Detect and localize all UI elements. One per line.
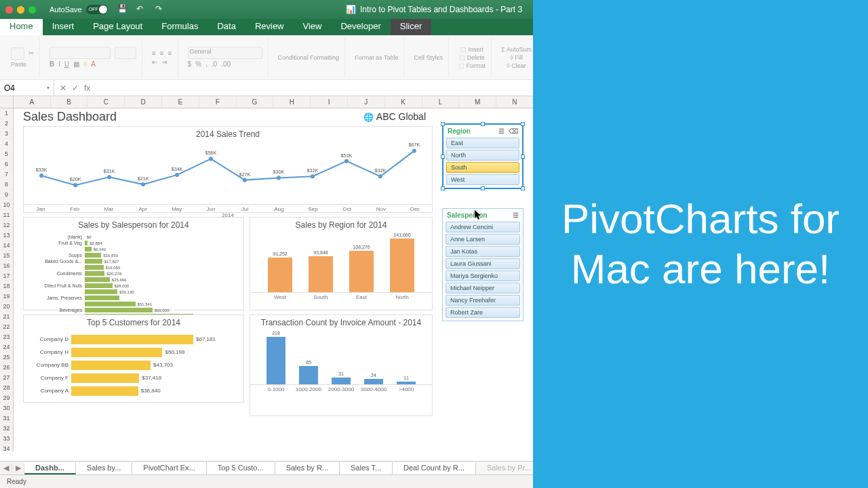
add-sheet-button[interactable]: + xyxy=(627,463,648,474)
tab-home[interactable]: Home xyxy=(0,19,43,35)
row-header-20[interactable]: 20 xyxy=(0,302,13,312)
search-placeholder[interactable]: Search Workbook xyxy=(704,22,774,33)
number-format-select[interactable]: General xyxy=(188,47,262,59)
column-header-r[interactable]: R xyxy=(645,96,682,108)
column-header-t[interactable]: T xyxy=(719,96,757,108)
multi-select-icon[interactable]: ☰ xyxy=(498,127,505,135)
zoom-slider[interactable] xyxy=(772,481,827,483)
tab-developer[interactable]: Developer xyxy=(331,19,390,35)
sheet-tab-0[interactable]: Dashb... xyxy=(24,462,76,474)
row-header-15[interactable]: 15 xyxy=(0,251,13,261)
accept-formula-icon[interactable]: ✓ xyxy=(72,83,79,93)
sheet-tab-7[interactable]: Sales by Pr... xyxy=(476,462,542,474)
row-header-2[interactable]: 2 xyxy=(0,119,13,129)
row-header-3[interactable]: 3 xyxy=(0,129,13,139)
tab-slicer[interactable]: Slicer xyxy=(391,19,432,35)
row-header-29[interactable]: 29 xyxy=(0,393,13,403)
sheet-tab-1[interactable]: Sales by... xyxy=(76,462,133,474)
tab-data[interactable]: Data xyxy=(208,19,245,35)
column-header-h[interactable]: H xyxy=(273,96,311,108)
row-header-21[interactable]: 21 xyxy=(0,312,13,322)
slicer-item-laura-giussani[interactable]: Laura Giussani xyxy=(446,258,520,269)
sheet-tab-8[interactable]: Data xyxy=(542,462,580,474)
column-header-d[interactable]: D xyxy=(125,96,162,108)
row-header-14[interactable]: 14 xyxy=(0,241,13,251)
slicer-item-north[interactable]: North xyxy=(446,150,519,161)
slicer-item-nancy-freehafer[interactable]: Nancy Freehafer xyxy=(446,295,520,306)
slicer-item-south[interactable]: South xyxy=(446,162,519,173)
clear-filter-icon[interactable]: ⌫ xyxy=(509,127,518,135)
sheet-canvas[interactable]: Sales Dashboard ABC Global 2014 Sales Tr… xyxy=(14,108,868,451)
row-header-18[interactable]: 18 xyxy=(0,281,13,291)
column-header-o[interactable]: O xyxy=(534,96,571,108)
sheet-nav-next[interactable]: ▶ xyxy=(12,464,24,472)
sheet-nav-prev[interactable]: ◀ xyxy=(0,464,12,472)
redo-icon[interactable]: ↷ xyxy=(155,4,166,15)
sheet-tab-3[interactable]: Top 5 Custo... xyxy=(207,462,275,474)
sheet-tab-2[interactable]: PivotChart Ex... xyxy=(132,462,206,474)
column-header-b[interactable]: B xyxy=(51,96,88,108)
row-header-19[interactable]: 19 xyxy=(0,291,13,302)
column-header-u[interactable]: U xyxy=(757,96,794,108)
chart-sales-trend[interactable]: 2014 Sales Trend $33K$20K$31K$21K$34K$56… xyxy=(23,126,433,213)
row-header-31[interactable]: 31 xyxy=(0,413,13,424)
fx-icon[interactable]: fx xyxy=(84,83,90,93)
row-header-27[interactable]: 27 xyxy=(0,373,13,383)
row-header-8[interactable]: 8 xyxy=(0,180,13,190)
row-header-4[interactable]: 4 xyxy=(0,139,13,149)
slicer-item-anne-larsen[interactable]: Anne Larsen xyxy=(446,234,520,245)
tab-formulas[interactable]: Formulas xyxy=(152,19,208,35)
tab-page-layout[interactable]: Page Layout xyxy=(83,19,152,35)
column-header-v[interactable]: V xyxy=(793,96,831,108)
cancel-formula-icon[interactable]: ✕ xyxy=(60,83,66,93)
row-header-25[interactable]: 25 xyxy=(0,352,13,363)
column-header-l[interactable]: L xyxy=(422,96,460,108)
column-header-s[interactable]: S xyxy=(682,96,719,108)
slicer-item-robert-zare[interactable]: Robert Zare xyxy=(446,307,520,318)
slicer-item-east[interactable]: East xyxy=(446,138,519,148)
sheet-tab-6[interactable]: Deal Count by R... xyxy=(393,462,476,474)
save-icon[interactable]: 💾 xyxy=(117,4,128,15)
sheet-tab-5[interactable]: Sales T... xyxy=(340,462,393,474)
row-header-23[interactable]: 23 xyxy=(0,332,13,342)
tab-view[interactable]: View xyxy=(294,19,332,35)
view-page-icon[interactable]: ▤ xyxy=(749,478,755,485)
ribbon-collapse-icon[interactable]: ˄ xyxy=(852,22,857,33)
search-icon[interactable]: 🔍 xyxy=(682,22,693,33)
row-header-33[interactable]: 33 xyxy=(0,434,13,444)
multi-select-icon[interactable]: ☰ xyxy=(513,211,519,219)
row-header-6[interactable]: 6 xyxy=(0,159,13,169)
column-header-k[interactable]: K xyxy=(385,96,422,108)
undo-icon[interactable]: ↶ xyxy=(136,4,147,15)
row-header-1[interactable]: 1 xyxy=(0,108,13,119)
close-window-button[interactable] xyxy=(5,6,13,14)
row-header-30[interactable]: 30 xyxy=(0,403,13,413)
slicer-item-jan-kotas[interactable]: Jan Kotas xyxy=(446,246,520,257)
chart-transaction-count[interactable]: Transaction Count by Invoice Amount - 20… xyxy=(250,314,433,416)
column-header-p[interactable]: P xyxy=(571,96,608,108)
select-all-corner[interactable] xyxy=(0,96,14,108)
share-button[interactable]: 👥 Share xyxy=(785,22,821,33)
row-header-10[interactable]: 10 xyxy=(0,200,13,210)
row-header-13[interactable]: 13 xyxy=(0,230,13,241)
row-header-22[interactable]: 22 xyxy=(0,322,13,332)
column-header-q[interactable]: Q xyxy=(608,96,645,108)
row-header-34[interactable]: 34 xyxy=(0,444,13,454)
row-header-7[interactable]: 7 xyxy=(0,169,13,180)
name-box[interactable]: O4▾ xyxy=(0,80,54,96)
zoom-level[interactable]: 100% xyxy=(844,478,861,485)
font-select[interactable] xyxy=(50,47,111,59)
row-header-11[interactable]: 11 xyxy=(0,210,13,220)
slicer-item-michael-neipper[interactable]: Michael Neipper xyxy=(446,283,520,293)
column-header-i[interactable]: I xyxy=(311,96,348,108)
column-header-c[interactable]: C xyxy=(87,96,125,108)
chart-top5-customers[interactable]: Top 5 Customers for 2014 Company D$67,18… xyxy=(23,314,244,403)
row-header-9[interactable]: 9 xyxy=(0,190,13,200)
sheet-tab-4[interactable]: Sales by R... xyxy=(275,462,340,474)
slicer-item-andrew-cencini[interactable]: Andrew Cencini xyxy=(446,222,520,232)
font-size[interactable] xyxy=(115,47,136,59)
column-header-n[interactable]: N xyxy=(496,96,534,108)
tab-review[interactable]: Review xyxy=(245,19,294,35)
zoom-window-button[interactable] xyxy=(28,6,36,14)
row-header-16[interactable]: 16 xyxy=(0,261,13,271)
